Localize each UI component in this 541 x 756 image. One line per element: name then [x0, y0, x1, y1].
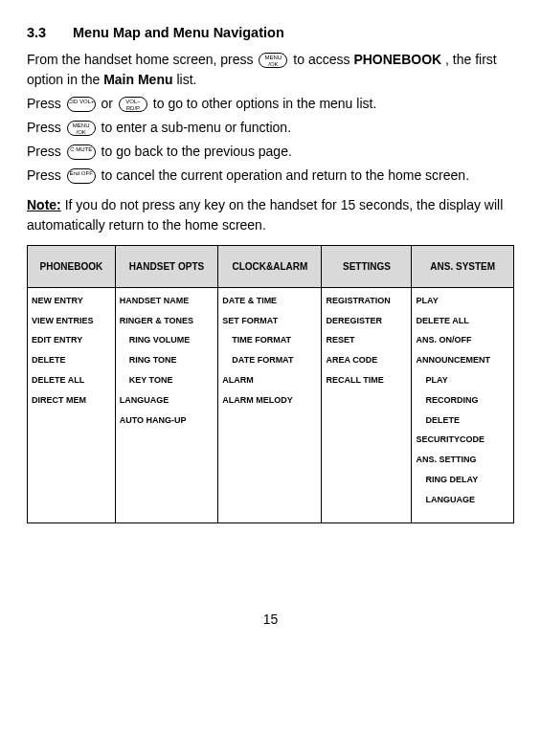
menu-entry: ALARM MELODY [222, 395, 317, 406]
key-label: MENU /OK [259, 54, 286, 68]
menu-entry: ANS. SETTING [416, 455, 509, 465]
text: to go back to the previous page. [101, 144, 292, 159]
menu-entry: DEREGISTER [326, 316, 407, 326]
col-header: CLOCK&ALARM [218, 245, 322, 287]
menu-entry: RECORDING [416, 395, 509, 406]
menu-ok-key-icon: MENU /OK [259, 53, 287, 68]
vol-down-key-icon: VOL− RD/P [119, 97, 147, 112]
mute-key-icon: C MUTE [67, 145, 96, 160]
menu-map-table: PHONEBOOK HANDSET OPTS CLOCK&ALARM SETTI… [27, 245, 514, 523]
menu-entry: DATE FORMAT [222, 355, 317, 366]
vol-up-key-icon: CID VOL+ [67, 97, 96, 112]
menu-entry: RECALL TIME [326, 375, 407, 386]
menu-ok-key-icon: MENU /OK [67, 121, 96, 136]
text: Press [27, 120, 65, 135]
menu-entry: NEW ENTRY [32, 296, 111, 306]
main-menu-bold: Main Menu [103, 72, 172, 87]
paragraph-nav-updown: Press CID VOL+ or VOL− RD/P to go to oth… [27, 94, 514, 114]
menu-entry: SECURITYCODE [416, 434, 509, 445]
col-header: SETTINGS [322, 245, 412, 287]
col-ans-system: PLAYDELETE ALLANS. ON/OFFANNOUNCEMENTPLA… [412, 287, 514, 523]
text: to cancel the current operation and retu… [101, 167, 469, 183]
table-body-row: NEW ENTRYVIEW ENTRIESEDIT ENTRYDELETEDEL… [28, 287, 514, 523]
text: to enter a sub-menu or function. [101, 120, 291, 135]
paragraph-cancel: Press End OFF to cancel the current oper… [27, 166, 514, 186]
text: Press [27, 167, 65, 183]
menu-entry: RING VOLUME [120, 335, 214, 345]
paragraph-intro: From the handset home screen, press MENU… [27, 50, 514, 90]
key-label: VOL− RD/P [120, 98, 147, 112]
menu-entry: AREA CODE [326, 355, 407, 366]
text: list. [176, 72, 196, 87]
col-phonebook: NEW ENTRYVIEW ENTRIESEDIT ENTRYDELETEDEL… [28, 287, 116, 523]
menu-entry: ALARM [222, 375, 317, 386]
end-key-icon: End OFF [67, 168, 96, 184]
note-paragraph: Note: If you do not press any key on the… [27, 195, 514, 235]
menu-entry: DELETE ALL [32, 375, 111, 386]
menu-entry: HANDSET NAME [120, 296, 214, 306]
text: Press [27, 144, 65, 159]
col-clock-alarm: DATE & TIMESET FORMATTIME FORMATDATE FOR… [218, 287, 322, 523]
text: From the handset home screen, press [27, 52, 257, 67]
text: to access [293, 52, 353, 67]
menu-entry: ANNOUNCEMENT [416, 355, 509, 366]
table-header-row: PHONEBOOK HANDSET OPTS CLOCK&ALARM SETTI… [28, 245, 514, 287]
menu-entry: ANS. ON/OFF [416, 335, 509, 345]
menu-entry: DATE & TIME [222, 296, 317, 306]
menu-entry: RING DELAY [416, 475, 509, 485]
key-label: C MUTE [68, 145, 95, 153]
text: or [101, 96, 117, 111]
menu-entry: PLAY [416, 375, 509, 386]
menu-entry: LANGUAGE [416, 495, 509, 505]
menu-entry: DELETE [32, 355, 111, 366]
note-body: If you do not press any key on the hands… [27, 197, 503, 233]
menu-entry: PLAY [416, 296, 509, 306]
menu-entry: RING TONE [120, 355, 214, 366]
text: to go to other options in the menu list. [153, 96, 376, 111]
menu-entry: KEY TONE [120, 375, 214, 386]
menu-entry: TIME FORMAT [222, 335, 317, 345]
col-header: HANDSET OPTS [115, 245, 218, 287]
col-settings: REGISTRATIONDEREGISTERRESETAREA CODERECA… [322, 287, 412, 523]
text: Press [27, 96, 65, 111]
section-number: 3.3 [27, 23, 69, 44]
note-label: Note: [27, 197, 61, 212]
menu-entry: VIEW ENTRIES [32, 316, 111, 326]
paragraph-back: Press C MUTE to go back to the previous … [27, 142, 514, 162]
col-handset-opts: HANDSET NAMERINGER & TONESRING VOLUMERIN… [115, 287, 218, 523]
paragraph-enter: Press MENU /OK to enter a sub-menu or fu… [27, 118, 514, 138]
key-label: End OFF [68, 169, 95, 177]
menu-entry: SET FORMAT [222, 316, 317, 326]
section-title: Menu Map and Menu Navigation [73, 25, 284, 40]
menu-entry: DELETE [416, 415, 509, 426]
menu-entry: REGISTRATION [326, 296, 407, 306]
menu-entry: RESET [326, 335, 407, 345]
menu-entry: AUTO HANG-UP [120, 415, 214, 426]
menu-entry: LANGUAGE [120, 395, 214, 406]
key-label: MENU /OK [68, 122, 95, 136]
phonebook-bold: PHONEBOOK [353, 52, 441, 67]
menu-entry: EDIT ENTRY [32, 335, 111, 345]
col-header: ANS. SYSTEM [412, 245, 514, 287]
key-label: CID VOL+ [68, 98, 95, 105]
col-header: PHONEBOOK [28, 245, 116, 287]
menu-entry: RINGER & TONES [120, 316, 214, 326]
menu-entry: DELETE ALL [416, 316, 509, 326]
page-number: 15 [27, 610, 514, 630]
section-heading: 3.3 Menu Map and Menu Navigation [27, 23, 514, 44]
menu-entry: DIRECT MEM [32, 395, 111, 406]
